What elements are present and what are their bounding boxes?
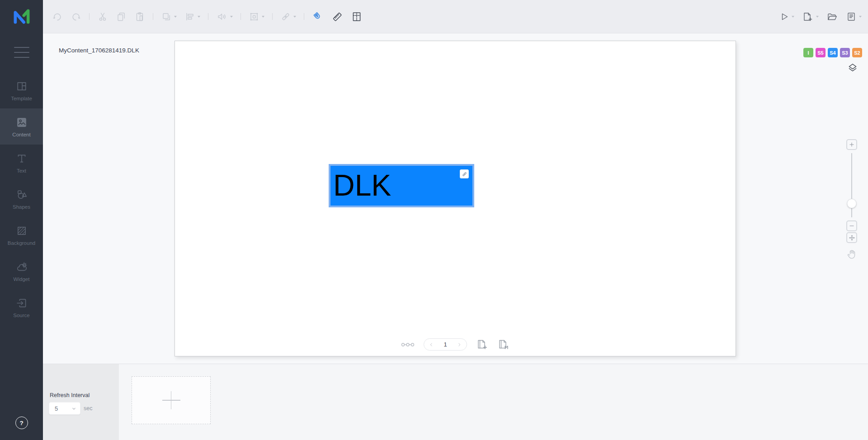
fit-screen-icon xyxy=(849,234,855,241)
sidebar-item-label: Background xyxy=(8,240,35,246)
toolbar-separator xyxy=(304,13,304,20)
link-icon xyxy=(462,171,467,177)
hamburger-icon xyxy=(14,47,29,48)
preview-play-icon xyxy=(778,11,789,22)
refresh-interval-unit: sec xyxy=(84,405,92,412)
new-page-icon xyxy=(802,11,814,22)
sidebar-item-label: Content xyxy=(12,132,30,137)
magicinfo-logo-icon xyxy=(12,9,31,24)
workspace: MyContent_1706281419.DLK DLK 1 xyxy=(43,33,868,364)
zoom-slider-track[interactable] xyxy=(846,151,857,219)
chevron-left-icon xyxy=(428,342,434,348)
toolbar-left-group xyxy=(52,11,363,23)
link-button[interactable] xyxy=(280,11,296,22)
refresh-interval-value: 5 xyxy=(55,405,58,412)
toolbar-separator xyxy=(89,13,90,20)
status-badge[interactable]: S5 xyxy=(816,48,826,57)
audio-button[interactable] xyxy=(216,11,233,22)
app-window: Template Content Text Shapes Background … xyxy=(0,0,868,440)
magnet-snap-button[interactable] xyxy=(312,11,324,23)
linked-content-icon[interactable] xyxy=(460,169,469,178)
plus-icon xyxy=(849,141,855,148)
help-label: ? xyxy=(19,420,23,426)
sidebar-item-background[interactable]: Background xyxy=(0,217,43,253)
cut-icon xyxy=(97,11,108,22)
layers-button[interactable] xyxy=(847,62,859,75)
file-name: MyContent_1706281419.DLK xyxy=(59,47,139,54)
sidebar-item-label: Text xyxy=(17,168,26,173)
redo-button[interactable] xyxy=(71,11,81,22)
sidebar-item-text[interactable]: Text xyxy=(0,145,43,181)
status-badge[interactable]: S2 xyxy=(852,48,862,57)
chevron-down-icon xyxy=(71,406,76,411)
chevron-down-icon xyxy=(859,16,862,18)
menu-toggle-button[interactable] xyxy=(14,47,29,58)
add-page-button[interactable] xyxy=(476,339,488,350)
element-text: DLK xyxy=(330,166,472,205)
toolbar xyxy=(43,0,868,33)
arrange-button[interactable] xyxy=(161,11,177,22)
toolbar-separator xyxy=(208,13,208,20)
background-icon xyxy=(15,225,28,237)
sidebar-item-widget[interactable]: Widget xyxy=(0,253,43,289)
status-badge[interactable]: S3 xyxy=(840,48,850,57)
open-folder-icon xyxy=(826,11,838,22)
new-page-button[interactable] xyxy=(802,11,819,22)
zoom-slider-handle[interactable] xyxy=(847,199,857,208)
ruler-button[interactable] xyxy=(331,11,343,23)
status-badges: I S5 S4 S3 S2 xyxy=(803,48,862,57)
grid-icon xyxy=(351,11,363,23)
copy-icon xyxy=(116,11,127,22)
paste-button[interactable] xyxy=(134,11,145,22)
layers-icon xyxy=(847,62,859,74)
widget-icon xyxy=(15,261,28,273)
sidebar-item-label: Widget xyxy=(14,276,30,282)
add-page-thumbnail-button[interactable] xyxy=(132,376,211,424)
redo-icon xyxy=(71,11,81,22)
chevron-down-icon xyxy=(262,16,264,18)
pan-hand-icon xyxy=(846,248,858,260)
sidebar-item-label: Shapes xyxy=(13,204,30,210)
align-button[interactable] xyxy=(184,11,200,22)
page-overview-button[interactable] xyxy=(401,342,415,347)
next-page-button[interactable] xyxy=(456,342,462,348)
copy-button[interactable] xyxy=(116,11,127,22)
open-button[interactable] xyxy=(826,11,838,22)
preview-play-button[interactable] xyxy=(778,11,794,22)
refresh-interval-select[interactable]: 5 xyxy=(49,402,80,415)
chevron-down-icon xyxy=(174,16,177,18)
audio-icon xyxy=(216,11,228,22)
align-icon xyxy=(184,11,195,22)
add-page-icon xyxy=(476,339,488,350)
add-master-page-icon xyxy=(497,339,509,350)
chevron-right-icon xyxy=(456,342,462,348)
sidebar-item-shapes[interactable]: Shapes xyxy=(0,181,43,217)
design-canvas[interactable]: DLK 1 xyxy=(175,41,736,356)
shapes-icon xyxy=(15,188,28,201)
add-master-page-button[interactable] xyxy=(497,339,509,350)
pan-button[interactable] xyxy=(846,248,858,261)
save-button[interactable] xyxy=(846,11,862,22)
status-badge[interactable]: S4 xyxy=(828,48,838,57)
cut-button[interactable] xyxy=(97,11,108,22)
sidebar-item-source[interactable]: Source xyxy=(0,289,43,325)
sidebar-item-template[interactable]: Template xyxy=(0,72,43,108)
bottom-panel: Refresh Interval 5 sec xyxy=(43,364,868,440)
magnet-snap-icon xyxy=(312,11,324,23)
grid-button[interactable] xyxy=(351,11,363,23)
zoom-in-button[interactable] xyxy=(846,139,857,150)
undo-icon xyxy=(52,11,63,22)
plus-icon xyxy=(162,391,180,409)
dlk-content-element[interactable]: DLK xyxy=(329,164,474,207)
paste-icon xyxy=(134,11,145,22)
sidebar-item-content[interactable]: Content xyxy=(0,108,43,145)
prev-page-button[interactable] xyxy=(428,342,434,348)
status-badge[interactable]: I xyxy=(803,48,813,57)
help-button[interactable]: ? xyxy=(15,417,28,429)
object-frame-icon xyxy=(249,11,259,22)
undo-button[interactable] xyxy=(52,11,63,22)
fit-to-screen-button[interactable] xyxy=(846,232,857,243)
zoom-out-button[interactable] xyxy=(846,220,857,231)
refresh-interval-label: Refresh Interval xyxy=(50,392,90,398)
object-frame-button[interactable] xyxy=(249,11,264,22)
